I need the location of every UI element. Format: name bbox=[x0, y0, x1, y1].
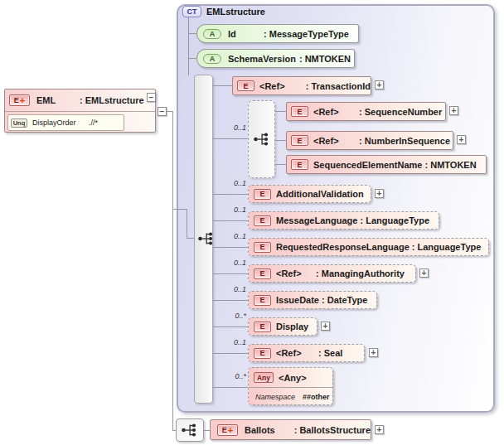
element-name: Ballots bbox=[245, 425, 294, 435]
element-icon: E+ bbox=[9, 94, 30, 106]
sequence-icon bbox=[196, 230, 216, 247]
element-row-requestedresponselanguage[interactable]: E RequestedResponseLanguage : LanguageTy… bbox=[248, 238, 489, 256]
expand-toggle[interactable]: + bbox=[375, 189, 384, 198]
connector-line bbox=[213, 247, 248, 248]
element-icon: E bbox=[254, 242, 271, 253]
element-icon: E bbox=[254, 268, 271, 279]
occurrence-label: 0..* bbox=[222, 312, 246, 320]
element-icon: E bbox=[254, 295, 271, 306]
element-type: : BallotsStructure bbox=[294, 425, 371, 435]
element-box-eml[interactable]: E+ EML : EMLstructure − Unq DisplayOrder… bbox=[4, 89, 156, 133]
element-type: : EMLstructure bbox=[80, 95, 144, 105]
element-name: Display bbox=[276, 322, 308, 331]
element-name: <Ref> bbox=[276, 348, 318, 358]
constraint-name: DisplayOrder bbox=[32, 119, 89, 127]
attribute-name: SchemaVersion bbox=[228, 54, 296, 64]
connector-line bbox=[172, 111, 173, 431]
connector-line bbox=[187, 209, 187, 239]
element-icon: E+ bbox=[217, 424, 238, 436]
element-icon: E bbox=[291, 135, 308, 146]
element-icon: E bbox=[254, 348, 271, 359]
connector-line bbox=[275, 164, 286, 165]
element-row-sequencenumber[interactable]: E <Ref> : SequenceNumber bbox=[286, 102, 446, 121]
element-row-any[interactable]: Any <Any> Namespace ##other bbox=[248, 367, 333, 405]
element-type: : SequenceNumber bbox=[359, 107, 442, 117]
element-name: <Ref> bbox=[313, 136, 359, 146]
sequence-compositor[interactable] bbox=[176, 418, 204, 442]
element-icon: E bbox=[291, 159, 308, 170]
element-row-managingauthority[interactable]: E <Ref> : ManagingAuthority bbox=[248, 264, 416, 283]
element-row-transactionid[interactable]: E <Ref> : TransactionId bbox=[232, 76, 371, 95]
connector-line bbox=[213, 138, 248, 139]
expand-toggle[interactable]: + bbox=[375, 425, 384, 434]
namespace-value: ##other bbox=[303, 393, 330, 401]
attribute-box-id[interactable]: A Id : MessageTypeType bbox=[196, 24, 359, 43]
attribute-icon: A bbox=[203, 29, 221, 39]
connector-line bbox=[189, 58, 196, 59]
sequence-icon bbox=[252, 131, 272, 148]
connector-line bbox=[213, 85, 232, 86]
namespace-label: Namespace bbox=[255, 393, 303, 401]
element-name: IssueDate : DateType bbox=[276, 295, 367, 305]
attribute-name: Id bbox=[228, 29, 264, 39]
occurrence-label: 0..1 bbox=[222, 123, 246, 132]
element-name: SequencedElementName : NMTOKEN bbox=[313, 160, 477, 170]
element-row-display[interactable]: E Display bbox=[248, 317, 317, 336]
schema-diagram: CT EMLstructure E+ EML : EMLstructure − … bbox=[0, 0, 504, 445]
expand-toggle[interactable]: + bbox=[375, 80, 384, 89]
connector-line bbox=[189, 33, 196, 34]
element-row-messagelanguage[interactable]: E MessageLanguage : LanguageType bbox=[248, 211, 439, 230]
element-name: MessageLanguage : LanguageType bbox=[276, 215, 429, 225]
element-row-additionalvalidation[interactable]: E AdditionalValidation bbox=[248, 185, 371, 203]
complex-type-title: EMLstructure bbox=[206, 7, 265, 17]
element-name: AdditionalValidation bbox=[276, 189, 364, 199]
collapse-toggle[interactable]: − bbox=[147, 93, 156, 102]
connector-line bbox=[275, 140, 286, 141]
element-type: : TransactionId bbox=[306, 81, 371, 91]
collapse-toggle[interactable]: − bbox=[158, 107, 167, 116]
element-icon: E bbox=[254, 189, 271, 200]
attribute-box-schemaversion[interactable]: A SchemaVersion : NMTOKEN bbox=[196, 49, 355, 68]
attribute-type: : MessageTypeType bbox=[264, 29, 349, 39]
connector-line bbox=[188, 17, 189, 75]
connector-line bbox=[213, 194, 248, 195]
expand-toggle[interactable]: + bbox=[369, 348, 378, 357]
constraint-selector: .//* bbox=[89, 119, 98, 127]
element-icon: E bbox=[291, 106, 308, 117]
element-type: : NumberInSequence bbox=[359, 136, 450, 146]
element-icon: E bbox=[237, 80, 254, 91]
element-name: <Ref> bbox=[313, 107, 359, 117]
occurrence-label: 0..1 bbox=[222, 259, 246, 267]
connector-line bbox=[213, 220, 248, 221]
occurrence-label: 0..1 bbox=[222, 206, 246, 214]
element-name: <Ref> bbox=[276, 268, 316, 278]
occurrence-label: 0..1 bbox=[222, 179, 246, 187]
element-type: : ManagingAuthority bbox=[316, 268, 405, 278]
attribute-icon: A bbox=[203, 54, 221, 64]
expand-toggle[interactable]: + bbox=[419, 268, 429, 278]
occurrence-label: 0..* bbox=[222, 372, 246, 380]
connector-line bbox=[213, 353, 248, 354]
expand-toggle[interactable]: + bbox=[321, 322, 330, 331]
connector-line bbox=[204, 430, 210, 431]
element-icon: E bbox=[254, 215, 271, 226]
element-name: <Ref> bbox=[259, 81, 306, 91]
element-row-numberinsequence[interactable]: E <Ref> : NumberInSequence bbox=[286, 131, 453, 150]
occurrence-label: 0..1 bbox=[222, 285, 246, 293]
element-name: EML bbox=[36, 95, 80, 105]
expand-toggle[interactable]: + bbox=[457, 135, 466, 144]
element-icon: E bbox=[254, 322, 271, 332]
connector-line bbox=[213, 326, 248, 327]
sequence-icon bbox=[180, 422, 200, 438]
any-icon: Any bbox=[254, 372, 274, 383]
attribute-type: : NMTOKEN bbox=[299, 54, 351, 64]
element-row-sequencedelementname[interactable]: E SequencedElementName : NMTOKEN bbox=[286, 155, 487, 174]
expand-toggle[interactable]: + bbox=[449, 106, 458, 115]
connector-line bbox=[172, 209, 187, 210]
element-row-seal[interactable]: E <Ref> : Seal bbox=[248, 344, 365, 362]
connector-line bbox=[275, 111, 286, 112]
element-row-ballots[interactable]: E+ Ballots : BallotsStructure bbox=[210, 419, 371, 440]
unique-constraint[interactable]: Unq DisplayOrder .//* bbox=[7, 114, 124, 131]
element-row-issuedate[interactable]: E IssueDate : DateType bbox=[248, 291, 377, 309]
element-name: RequestedResponseLanguage : LanguageType bbox=[276, 242, 481, 252]
